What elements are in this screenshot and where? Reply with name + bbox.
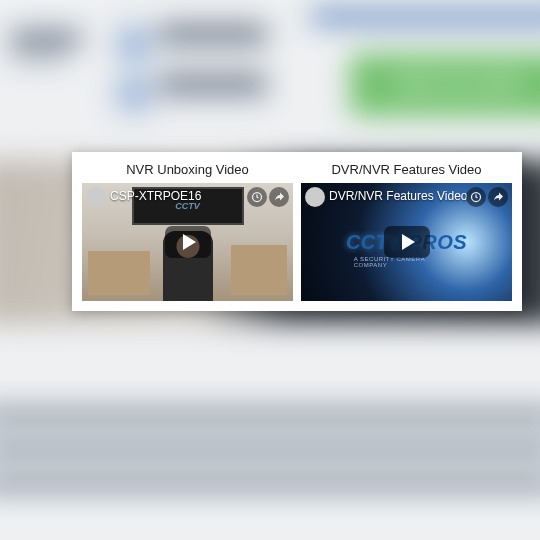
channel-avatar-icon: [86, 187, 106, 207]
box-prop: [88, 251, 150, 295]
video-thumbnail-unboxing[interactable]: CCTV CSP-XTRPOE16: [82, 183, 293, 301]
share-icon[interactable]: [488, 187, 508, 207]
player-top-controls: [247, 187, 289, 207]
play-button-icon[interactable]: [165, 226, 211, 258]
promo-banner: [310, 10, 540, 24]
video-section-title: NVR Unboxing Video: [126, 162, 249, 177]
video-right-column: DVR/NVR Features Video CCTV PROS A SECUR…: [301, 160, 512, 301]
watch-later-icon[interactable]: [247, 187, 267, 207]
player-video-title: CSP-XTRPOE16: [110, 189, 201, 203]
description-line: [0, 478, 540, 489]
box-prop: [231, 245, 287, 295]
video-left-column: NVR Unboxing Video CCTV CSP-XTRPOE16: [82, 160, 293, 301]
phone-icon: [114, 24, 154, 64]
sku-line: [10, 32, 82, 44]
play-button-icon[interactable]: [384, 226, 430, 258]
contact-sub: [158, 92, 268, 100]
description-line: [0, 410, 540, 421]
player-video-title: DVR/NVR Features Video: [329, 189, 468, 203]
add-to-cart-label: ADD TO CART: [396, 75, 524, 95]
contact-label: [158, 26, 268, 38]
contact-sub: [158, 42, 268, 50]
add-to-cart-button[interactable]: ADD TO CART: [350, 54, 540, 116]
video-popup-card: NVR Unboxing Video CCTV CSP-XTRPOE16 DVR…: [72, 152, 522, 311]
channel-avatar-icon: [305, 187, 325, 207]
contact-label: [158, 76, 268, 88]
chat-icon: [114, 74, 154, 114]
player-top-controls: [466, 187, 508, 207]
description-line: [0, 444, 540, 455]
watch-later-icon[interactable]: [466, 187, 486, 207]
video-thumbnail-features[interactable]: CCTV PROS A SECURITY CAMERA COMPANY DVR/…: [301, 183, 512, 301]
share-icon[interactable]: [269, 187, 289, 207]
sku-line: [10, 50, 68, 62]
video-section-title: DVR/NVR Features Video: [331, 162, 481, 177]
